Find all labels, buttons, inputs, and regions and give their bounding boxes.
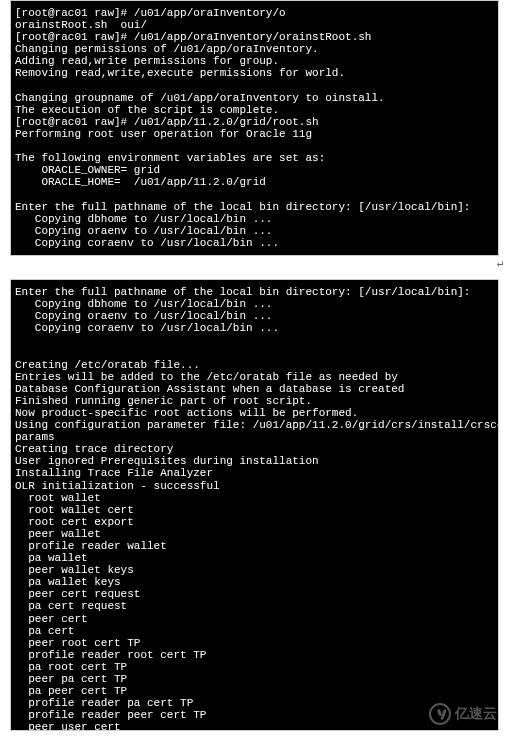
terminal-line: ORACLE_OWNER= grid xyxy=(15,164,494,176)
terminal-line: Using configuration parameter file: /u01… xyxy=(15,419,494,431)
terminal-line: peer wallet keys xyxy=(15,564,494,576)
terminal-output-1: [root@rac01 raw]# /u01/app/oraInventory/… xyxy=(10,0,499,256)
terminal-line: Installing Trace File Analyzer xyxy=(15,467,494,479)
terminal-line xyxy=(15,334,494,346)
terminal-line: root wallet xyxy=(15,492,494,504)
watermark-text: 亿速云 xyxy=(455,705,497,723)
terminal-line: OLR initialization - successful xyxy=(15,480,494,492)
watermark-icon xyxy=(429,703,451,725)
terminal-line: [root@rac01 raw]# /u01/app/oraInventory/… xyxy=(15,7,494,19)
terminal-line: peer user cert xyxy=(15,721,494,731)
terminal-line: The execution of the script is complete. xyxy=(15,104,494,116)
terminal-line: params xyxy=(15,431,494,443)
terminal-line: [root@rac01 raw]# /u01/app/oraInventory/… xyxy=(15,31,494,43)
terminal-line: pa wallet keys xyxy=(15,576,494,588)
terminal-line: pa wallet xyxy=(15,552,494,564)
terminal-line: pa cert xyxy=(15,625,494,637)
terminal-line: Copying coraenv to /usr/local/bin ... xyxy=(15,322,494,334)
terminal-line: pa cert request xyxy=(15,600,494,612)
terminal-line xyxy=(15,346,494,358)
terminal-line: Now product-specific root actions will b… xyxy=(15,407,494,419)
terminal-line: The following environment variables are … xyxy=(15,152,494,164)
terminal-line: root wallet cert xyxy=(15,504,494,516)
terminal-line: User ignored Prerequisites during instal… xyxy=(15,455,494,467)
terminal-line xyxy=(15,188,494,200)
terminal-line: Database Configuration Assistant when a … xyxy=(15,383,494,395)
terminal-line: ORACLE_HOME= /u01/app/11.2.0/grid xyxy=(15,176,494,188)
terminal-line: Performing root user operation for Oracl… xyxy=(15,128,494,140)
terminal-line: Copying coraenv to /usr/local/bin ... xyxy=(15,237,494,249)
watermark-logo: 亿速云 xyxy=(429,703,497,725)
terminal-line: peer cert xyxy=(15,613,494,625)
terminal-line: profile reader root cert TP xyxy=(15,649,494,661)
terminal-line: Finished running generic part of root sc… xyxy=(15,395,494,407)
terminal-line: profile reader wallet xyxy=(15,540,494,552)
terminal-line: Copying oraenv to /usr/local/bin ... xyxy=(15,310,494,322)
terminal-line: Changing groupname of /u01/app/oraInvent… xyxy=(15,92,494,104)
terminal-line: Creating /etc/oratab file... xyxy=(15,359,494,371)
terminal-line: Enter the full pathname of the local bin… xyxy=(15,201,494,213)
gap-between-blocks xyxy=(0,261,509,279)
terminal-line: Removing read,write,execute permissions … xyxy=(15,67,494,79)
terminal-line: pa root cert TP xyxy=(15,661,494,673)
terminal-line: Creating trace directory xyxy=(15,443,494,455)
terminal-output-2: Enter the full pathname of the local bin… xyxy=(10,279,499,731)
terminal-line: profile reader peer cert TP xyxy=(15,709,494,721)
terminal-line: root cert export xyxy=(15,516,494,528)
terminal-line: profile reader pa cert TP xyxy=(15,697,494,709)
terminal-line: Adding read,write permissions for group. xyxy=(15,55,494,67)
terminal-line xyxy=(15,140,494,152)
terminal-line: pa peer cert TP xyxy=(15,685,494,697)
terminal-line: orainstRoot.sh oui/ xyxy=(15,19,494,31)
line-break-mark: ↵ xyxy=(497,256,504,269)
terminal-line: Copying dbhome to /usr/local/bin ... xyxy=(15,213,494,225)
terminal-line: Enter the full pathname of the local bin… xyxy=(15,286,494,298)
terminal-line: [root@rac01 raw]# /u01/app/11.2.0/grid/r… xyxy=(15,116,494,128)
terminal-line: Entries will be added to the /etc/oratab… xyxy=(15,371,494,383)
terminal-line: Copying oraenv to /usr/local/bin ... xyxy=(15,225,494,237)
terminal-line: peer cert request xyxy=(15,588,494,600)
terminal-line: peer pa cert TP xyxy=(15,673,494,685)
terminal-line: Changing permissions of /u01/app/oraInve… xyxy=(15,43,494,55)
terminal-line xyxy=(15,80,494,92)
terminal-line: peer wallet xyxy=(15,528,494,540)
terminal-line: peer root cert TP xyxy=(15,637,494,649)
terminal-line: Copying dbhome to /usr/local/bin ... xyxy=(15,298,494,310)
